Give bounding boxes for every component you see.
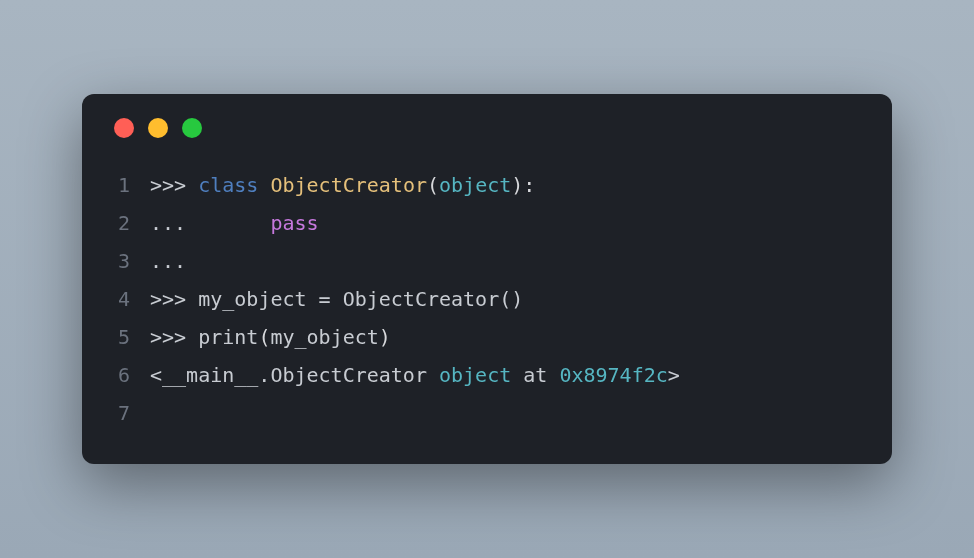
code-text: my_object <box>270 325 378 349</box>
close-icon[interactable] <box>114 118 134 138</box>
line-number: 1 <box>114 166 130 204</box>
window-buttons <box>114 118 860 138</box>
output-object: object <box>439 363 511 387</box>
maximize-icon[interactable] <box>182 118 202 138</box>
line-number: 6 <box>114 356 130 394</box>
keyword-class: class <box>198 173 258 197</box>
line-number: 7 <box>114 394 130 432</box>
punct: ) <box>379 325 391 349</box>
minimize-icon[interactable] <box>148 118 168 138</box>
output-text: at <box>511 363 559 387</box>
func-name: print <box>198 325 258 349</box>
line-number: 3 <box>114 242 130 280</box>
line-number: 5 <box>114 318 130 356</box>
code-text <box>258 173 270 197</box>
code-line: ... <box>150 242 680 280</box>
line-number: 4 <box>114 280 130 318</box>
code-text: my_object = ObjectCreator() <box>198 287 523 311</box>
punct: ( <box>427 173 439 197</box>
output-text: <__main__.ObjectCreator <box>150 363 439 387</box>
builtin-object: object <box>439 173 511 197</box>
output-number: 0x8974f2c <box>559 363 667 387</box>
output-text: > <box>668 363 680 387</box>
code-line: <__main__.ObjectCreator object at 0x8974… <box>150 356 680 394</box>
code-window: 1 2 3 4 5 6 7 >>> class ObjectCreator(ob… <box>82 94 892 464</box>
line-number-gutter: 1 2 3 4 5 6 7 <box>114 166 130 432</box>
code-line: >>> print(my_object) <box>150 318 680 356</box>
punct: : <box>523 173 535 197</box>
code-lines[interactable]: >>> class ObjectCreator(object): ... pas… <box>150 166 680 432</box>
keyword-pass: pass <box>270 211 318 235</box>
class-name: ObjectCreator <box>270 173 427 197</box>
repl-prompt: >>> <box>150 173 198 197</box>
code-area: 1 2 3 4 5 6 7 >>> class ObjectCreator(ob… <box>114 166 860 432</box>
punct: ( <box>258 325 270 349</box>
repl-prompt: >>> <box>150 325 198 349</box>
repl-cont: ... <box>150 249 198 273</box>
repl-prompt: >>> <box>150 287 198 311</box>
repl-cont: ... <box>150 211 270 235</box>
code-line: >>> my_object = ObjectCreator() <box>150 280 680 318</box>
code-line: >>> class ObjectCreator(object): <box>150 166 680 204</box>
code-line: ... pass <box>150 204 680 242</box>
punct: ) <box>511 173 523 197</box>
line-number: 2 <box>114 204 130 242</box>
